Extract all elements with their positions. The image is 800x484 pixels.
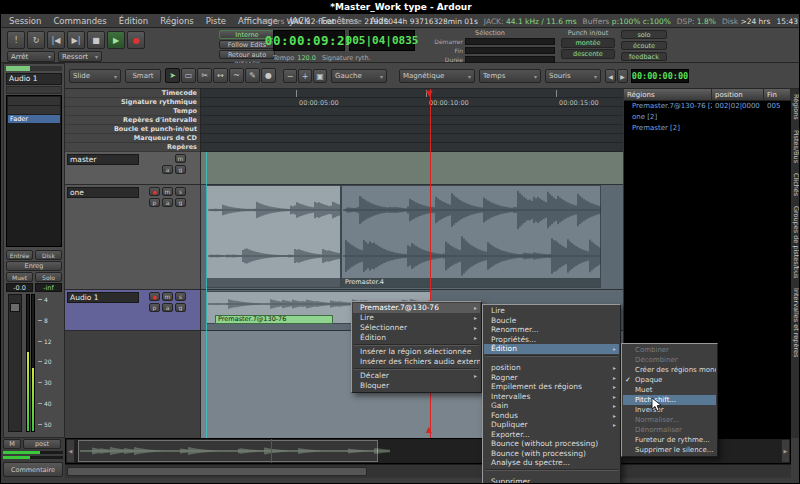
horizontal-scrollbar[interactable] [65,464,791,478]
tool-cut-button[interactable]: ✂ [197,68,212,83]
menu-option[interactable]: Lire▸ [353,313,480,323]
nudge-clock[interactable]: 00:00:00:00 [631,69,689,83]
track-header-master[interactable]: master m ag [65,152,200,185]
record-enable-button[interactable]: Enreg [6,261,62,271]
menu-option[interactable]: Dénormaliser [623,425,716,435]
summary-view-rect[interactable] [78,440,378,462]
timeline-rulers[interactable]: 00:00:05:0000:00:10:0000:00:15:00 [201,89,623,152]
menu-option[interactable]: Muet [623,385,716,395]
grid-unit-dropdown[interactable]: Temps▾ [479,69,541,83]
side-tab[interactable]: Régions [792,94,800,120]
track-lane-one[interactable]: Premaster.4 [201,185,623,290]
tool-audition-button[interactable]: ~ [229,68,244,83]
region-list-row[interactable]: Premaster.7@130-76 [2]002|02|0000005 [624,101,791,112]
menu-option[interactable]: Supprimer [484,477,619,484]
menu-option[interactable]: Bounce (without processing) [484,439,619,449]
tool-range-button[interactable]: ▭ [181,68,196,83]
track-lane-master[interactable] [201,152,623,185]
menu-option[interactable]: Rogner▸ [484,373,619,383]
stop-behavior-dropdown[interactable]: Arrêt▾ [7,51,55,62]
side-tab[interactable]: Pistes/Bus [792,130,800,163]
menu-option[interactable] [484,354,619,364]
nudge-back-button[interactable]: ◀ [605,69,616,83]
ruler-label[interactable]: Signature rythmique [65,98,200,107]
track-button[interactable]: a [162,198,173,207]
gain-fader[interactable] [8,294,22,432]
monitor-disk-button[interactable]: Disk [35,250,62,260]
gain-display[interactable]: -0.0 [6,283,33,292]
menu-option[interactable]: Créer des régions mono [623,365,716,375]
menu-option[interactable]: Dupliquer▸ [484,420,619,430]
menu-option[interactable]: Lire [484,306,619,316]
peak-display[interactable]: -inf [35,283,62,292]
track-header-one[interactable]: one ● ms pag [65,185,200,290]
title-bar[interactable]: *Master_Work type - Ardour [1,1,800,14]
record-enable-icon[interactable]: ● [149,292,160,301]
menu-option[interactable]: Décaler▸ [353,371,480,381]
go-to-start-button[interactable]: |◀ [47,31,65,49]
track-button[interactable]: g [175,303,186,312]
menu-item[interactable]: Régions [154,14,200,28]
menu-option[interactable]: Intervalles▸ [484,392,619,402]
side-tab[interactable]: Clichés [792,173,800,196]
menu-option[interactable]: Insérer des fichiers audio externes [353,357,480,367]
menu-option[interactable]: ✓Opaque [623,375,716,385]
primary-clock[interactable]: 00:00:09:21 [273,30,345,51]
track-header-audio1[interactable]: Audio 1 ● ms pag [65,290,200,331]
track-button[interactable]: s [175,187,186,196]
region-list-row[interactable]: Premaster [2] [624,123,791,134]
edit-point-dropdown[interactable]: Souris▾ [545,69,601,83]
tool-object-button[interactable]: ➤ [165,68,180,83]
regions-column-header[interactable]: position [712,89,764,100]
playhead-top-marker[interactable]: ▼ [426,90,432,98]
side-tab[interactable]: Groupes de pistes/bus [792,206,800,279]
monitor-button[interactable]: feedback [621,52,667,61]
menu-item[interactable]: Commandes [47,14,112,28]
menu-option[interactable]: Analyse du spectre... [484,458,619,468]
menu-option[interactable]: Édition▸ [484,344,619,354]
meter-point-button[interactable]: post [23,439,61,449]
track-button[interactable]: m [162,187,173,196]
mixer-input-slot[interactable] [6,86,62,94]
region-premaster4[interactable]: Premaster.4 [341,185,601,288]
mixer-track-name[interactable]: Audio 1 [6,73,62,85]
monitor-button[interactable]: solo [621,30,667,39]
auto-return-button[interactable]: Retour auto [219,50,275,59]
menu-item[interactable]: Édition [113,14,154,28]
menu-option[interactable] [484,468,619,478]
menu-option[interactable]: Insérer la région sélectionnée [353,347,480,357]
punch-button[interactable]: montée [561,38,615,48]
menu-option[interactable]: Premaster.7@130-76▸ [353,303,480,313]
region-list-row[interactable]: one [2] [624,112,791,123]
menu-option[interactable]: Propriétés... [484,335,619,345]
menu-option[interactable]: Renommer... [484,325,619,335]
punch-button[interactable]: descente [561,49,615,59]
loop-button[interactable]: ↻ [27,31,45,49]
ruler-label[interactable]: Timecode [65,89,200,98]
record-button[interactable]: ● [127,31,145,49]
tool-draw-button[interactable]: ✎ [245,68,260,83]
processor-box[interactable]: Fader [6,95,62,247]
output-button[interactable]: M [3,439,21,449]
processor-slot[interactable] [8,97,60,105]
menu-option[interactable]: Fureteur de rythme... [623,435,716,445]
track-name[interactable]: master [67,154,139,165]
ruler-label[interactable]: Repères [65,143,200,152]
menu-option[interactable]: Inverser [623,405,716,415]
regions-column-header[interactable]: Fin [764,89,791,100]
menu-option[interactable]: Empilement des régions▸ [484,382,619,392]
menu-option[interactable]: Combiner [623,345,716,355]
ruler-label[interactable]: Tempo [65,107,200,116]
tempo-value[interactable]: 120.0 [297,54,316,62]
menu-option[interactable]: Exporter... [484,430,619,440]
track-button[interactable]: g [175,198,186,207]
zoom-in-button[interactable]: + [298,69,312,83]
monitor-button[interactable]: écoute [621,41,667,50]
record-enable-icon[interactable]: ● [149,187,160,196]
solo-button[interactable]: Solo [35,272,62,282]
smart-mode-button[interactable]: Smart [125,69,161,83]
menu-option[interactable]: Boucle [484,316,619,326]
regions-column-header[interactable]: Régions [624,89,712,100]
snap-mode-dropdown[interactable]: Magnétique▾ [399,69,475,83]
processor-slot[interactable] [8,106,60,114]
